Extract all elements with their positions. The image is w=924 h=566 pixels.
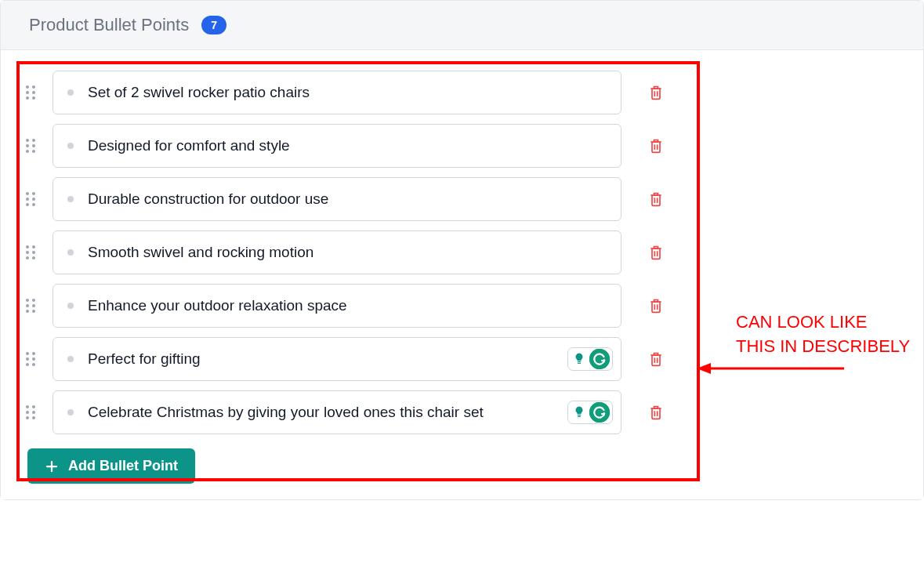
svg-point-52 [26,405,29,408]
svg-rect-46 [578,361,582,362]
svg-point-10 [26,144,29,147]
svg-point-20 [26,203,29,206]
svg-point-27 [32,251,35,254]
bullet-text[interactable]: Set of 2 swivel rocker patio chairs [88,84,607,101]
svg-point-48 [589,349,610,369]
svg-point-4 [26,96,29,100]
drag-handle-icon[interactable] [23,405,38,420]
svg-point-35 [32,304,35,307]
bullet-input[interactable]: Enhance your outdoor relaxation space [53,284,621,328]
bullet-row: Celebrate Christmas by giving your loved… [23,386,901,439]
svg-point-8 [26,139,29,142]
bullet-dot-icon [67,356,74,362]
bullet-dot-icon [67,196,74,202]
lightbulb-icon[interactable] [571,350,588,368]
bullet-row: Designed for comfort and style [23,119,901,172]
bullet-dot-icon [67,143,74,149]
svg-point-11 [32,144,35,147]
bullet-text[interactable]: Perfect for gifting [88,350,607,368]
delete-button[interactable] [647,404,665,421]
bullet-input[interactable]: Smooth swivel and rocking motion [53,230,621,274]
bullet-text[interactable]: Durable construction for outdoor use [88,190,607,208]
svg-point-40 [26,352,29,355]
svg-point-5 [32,96,35,100]
grammarly-icon[interactable] [589,402,610,423]
svg-point-57 [32,416,35,419]
svg-point-41 [32,352,35,355]
delete-button[interactable] [647,137,665,154]
svg-point-1 [32,85,35,89]
drag-handle-icon[interactable] [23,191,38,207]
trash-icon [648,84,664,101]
svg-point-16 [26,192,29,195]
grammarly-icon[interactable] [589,349,610,369]
svg-point-18 [26,198,29,201]
bullet-dot-icon [67,409,74,415]
drag-handle-icon[interactable] [23,245,38,260]
bullet-input[interactable]: Celebrate Christmas by giving your loved… [53,390,621,434]
bullet-list: Set of 2 swivel rocker patio chairsDesig… [16,61,908,444]
svg-point-36 [26,310,29,313]
page-title: Product Bullet Points [29,15,189,35]
svg-rect-47 [578,363,581,364]
svg-point-56 [26,416,29,419]
bullet-dot-icon [67,249,74,256]
delete-button[interactable] [647,350,665,368]
trash-icon [648,137,664,154]
panel-header: Product Bullet Points 7 [1,1,923,50]
trash-icon [648,190,664,208]
svg-point-3 [32,91,35,94]
bullet-points-panel: Product Bullet Points 7 Set of 2 swivel … [0,0,924,500]
plus-icon [45,459,59,473]
delete-button[interactable] [647,190,665,208]
drag-handle-icon[interactable] [23,298,38,314]
delete-button[interactable] [647,297,665,314]
bullet-row: Durable construction for outdoor use [23,172,901,226]
bullet-text[interactable]: Smooth swivel and rocking motion [88,244,607,261]
bullet-text[interactable]: Designed for comfort and style [88,137,607,154]
bullet-row: Set of 2 swivel rocker patio chairs [23,66,901,119]
trash-icon [648,244,664,261]
svg-point-42 [26,357,29,361]
svg-point-34 [26,304,29,307]
svg-point-33 [32,299,35,302]
input-assist-icons [567,401,613,424]
delete-button[interactable] [647,244,665,261]
drag-handle-icon[interactable] [23,351,38,367]
bullet-input[interactable]: Designed for comfort and style [53,124,621,168]
svg-point-43 [32,357,35,361]
svg-point-25 [32,245,35,249]
svg-point-2 [26,91,29,94]
trash-icon [648,350,664,368]
bullet-row: Enhance your outdoor relaxation space [23,279,901,332]
svg-point-44 [26,363,29,366]
trash-icon [648,297,664,314]
svg-point-9 [32,139,35,142]
lightbulb-icon[interactable] [571,404,588,421]
bullet-dot-icon [67,89,74,96]
bullet-input[interactable]: Set of 2 swivel rocker patio chairs [53,71,621,114]
svg-point-24 [26,245,29,249]
svg-point-54 [26,411,29,414]
svg-point-32 [26,299,29,302]
svg-point-37 [32,310,35,313]
svg-point-21 [32,203,35,206]
bullet-input[interactable]: Durable construction for outdoor use [53,177,621,221]
svg-point-26 [26,251,29,254]
svg-point-13 [32,150,35,153]
svg-point-17 [32,192,35,195]
drag-handle-icon[interactable] [23,138,38,154]
delete-button[interactable] [647,84,665,101]
svg-point-28 [26,256,29,259]
svg-point-45 [32,363,35,366]
svg-point-60 [589,402,610,423]
add-bullet-button[interactable]: Add Bullet Point [27,448,195,484]
bullet-text[interactable]: Celebrate Christmas by giving your loved… [88,404,607,421]
bullet-input[interactable]: Perfect for gifting [53,337,621,381]
add-button-label: Add Bullet Point [68,458,178,474]
bullet-text[interactable]: Enhance your outdoor relaxation space [88,297,607,314]
trash-icon [648,404,664,421]
bullet-row: Perfect for gifting [23,332,901,386]
input-assist-icons [567,347,613,371]
drag-handle-icon[interactable] [23,85,38,100]
